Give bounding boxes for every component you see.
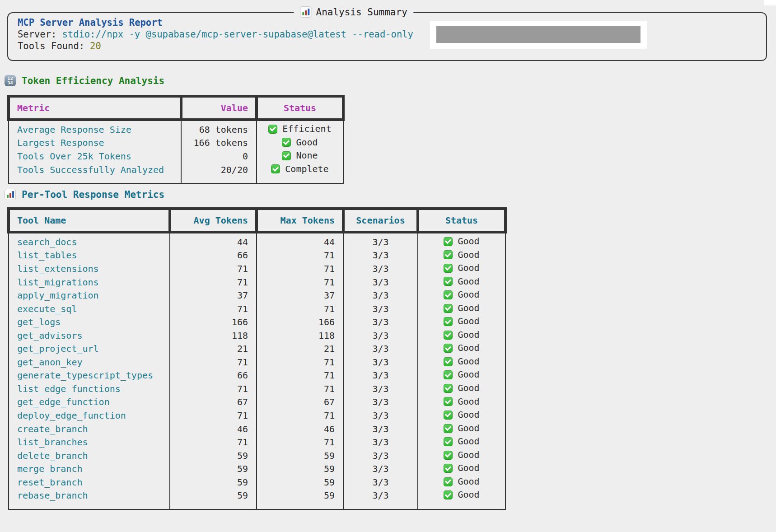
status-cell: Good xyxy=(418,383,505,396)
avg-tokens-cell: 59 xyxy=(170,449,257,463)
max-tokens-cell: 71 xyxy=(257,262,343,276)
status-label: Good xyxy=(458,396,479,408)
status-cell: Good xyxy=(418,316,505,329)
token-table-row: Largest Response166 tokensGood xyxy=(9,137,343,150)
metric-cell: Tools Successfully Analyzed xyxy=(9,163,181,184)
check-icon xyxy=(444,477,453,486)
scenarios-cell: 3/3 xyxy=(343,449,418,463)
max-tokens-cell: 59 xyxy=(257,489,343,509)
per-tool-row: generate_typescript_types66713/3Good xyxy=(9,369,505,383)
avg-tokens-cell: 71 xyxy=(170,409,257,423)
check-icon xyxy=(444,437,453,446)
avg-tokens-cell: 66 xyxy=(170,369,257,383)
max-tokens-cell: 71 xyxy=(257,436,343,449)
per-tool-row: list_migrations71713/3Good xyxy=(9,276,505,289)
per-tool-row: apply_migration37373/3Good xyxy=(9,289,505,303)
status-cell: Efficient xyxy=(257,120,343,137)
check-icon xyxy=(282,151,291,160)
avg-tokens-cell: 71 xyxy=(170,383,257,396)
status-cell: None xyxy=(257,150,343,163)
status-label: Complete xyxy=(285,163,328,175)
input-numbers-icon: 1234 xyxy=(5,75,16,86)
check-icon xyxy=(444,490,453,499)
metric-cell: Tools Over 25k Tokens xyxy=(9,150,181,163)
bar-chart-icon xyxy=(5,189,16,200)
max-tokens-cell: 118 xyxy=(257,329,343,343)
tool-name-cell: rebase_branch xyxy=(9,489,170,509)
status-cell: Good xyxy=(418,289,505,303)
scenarios-cell: 3/3 xyxy=(343,289,418,303)
status-label: Good xyxy=(458,329,479,341)
status-cell: Good xyxy=(418,396,505,410)
check-icon xyxy=(444,370,453,379)
avg-tokens-cell: 59 xyxy=(170,489,257,509)
col-status: Status xyxy=(418,209,505,232)
status-label: Efficient xyxy=(282,123,331,135)
check-icon xyxy=(444,464,453,473)
status-cell: Good xyxy=(418,356,505,369)
metric-cell: Largest Response xyxy=(9,137,181,150)
per-tool-row: merge_branch59593/3Good xyxy=(9,462,505,476)
avg-tokens-cell: 166 xyxy=(170,316,257,329)
tool-name-cell: get_advisors xyxy=(9,329,170,343)
scenarios-cell: 3/3 xyxy=(343,276,418,289)
per-tool-table: Tool Name Avg Tokens Max Tokens Scenario… xyxy=(7,207,507,510)
server-value: stdio://npx -y @supabase/mcp-server-supa… xyxy=(62,29,413,40)
col-metric: Metric xyxy=(9,96,181,120)
redaction-bar xyxy=(436,26,640,43)
check-icon xyxy=(444,250,453,259)
avg-tokens-cell: 44 xyxy=(170,232,257,249)
status-cell: Good xyxy=(418,303,505,316)
status-cell: Good xyxy=(418,276,505,289)
max-tokens-cell: 71 xyxy=(257,249,343,263)
per-tool-row: get_edge_function67673/3Good xyxy=(9,396,505,410)
status-label: Good xyxy=(458,383,479,394)
status-label: Good xyxy=(458,462,479,474)
tool-name-cell: create_branch xyxy=(9,423,170,436)
per-tool-row: get_anon_key71713/3Good xyxy=(9,356,505,369)
check-icon xyxy=(444,384,453,393)
status-cell: Good xyxy=(418,369,505,383)
max-tokens-cell: 59 xyxy=(257,462,343,476)
check-icon xyxy=(444,451,453,460)
avg-tokens-cell: 67 xyxy=(170,396,257,410)
max-tokens-cell: 46 xyxy=(257,423,343,436)
check-icon xyxy=(444,290,453,299)
tool-name-cell: execute_sql xyxy=(9,303,170,316)
status-label: Good xyxy=(296,137,318,149)
check-icon xyxy=(271,164,280,173)
per-tool-title: Per-Tool Response Metrics xyxy=(22,189,164,200)
max-tokens-cell: 21 xyxy=(257,342,343,356)
check-icon xyxy=(444,277,453,286)
scenarios-cell: 3/3 xyxy=(343,436,418,449)
max-tokens-cell: 59 xyxy=(257,449,343,463)
scenarios-cell: 3/3 xyxy=(343,462,418,476)
scenarios-cell: 3/3 xyxy=(343,303,418,316)
avg-tokens-cell: 21 xyxy=(170,342,257,356)
per-tool-row: search_docs44443/3Good xyxy=(9,232,505,249)
col-status: Status xyxy=(257,96,343,120)
check-icon xyxy=(444,344,453,353)
token-efficiency-title: Token Efficiency Analysis xyxy=(22,75,164,86)
panel-body: MCP Server Analysis Report Server:stdio:… xyxy=(8,13,766,52)
tool-name-cell: list_tables xyxy=(9,249,170,263)
scenarios-cell: 3/3 xyxy=(343,262,418,276)
status-cell: Good xyxy=(418,489,505,509)
avg-tokens-cell: 46 xyxy=(170,423,257,436)
check-icon xyxy=(444,317,453,326)
panel-title-text: Analysis Summary xyxy=(316,7,407,18)
max-tokens-cell: 71 xyxy=(257,369,343,383)
value-cell: 0 xyxy=(181,150,257,163)
status-cell: Good xyxy=(257,137,343,150)
tools-found-count: 20 xyxy=(90,41,101,51)
max-tokens-cell: 71 xyxy=(257,356,343,369)
tool-name-cell: generate_typescript_types xyxy=(9,369,170,383)
per-tool-row: get_project_url21213/3Good xyxy=(9,342,505,356)
bar-chart-icon xyxy=(300,6,312,18)
value-cell: 68 tokens xyxy=(181,120,257,137)
per-tool-heading: Per-Tool Response Metrics xyxy=(5,189,164,200)
tool-name-cell: get_project_url xyxy=(9,342,170,356)
token-table-row: Tools Over 25k Tokens0None xyxy=(9,150,343,163)
status-label: Good xyxy=(458,303,479,314)
value-cell: 166 tokens xyxy=(181,137,257,150)
